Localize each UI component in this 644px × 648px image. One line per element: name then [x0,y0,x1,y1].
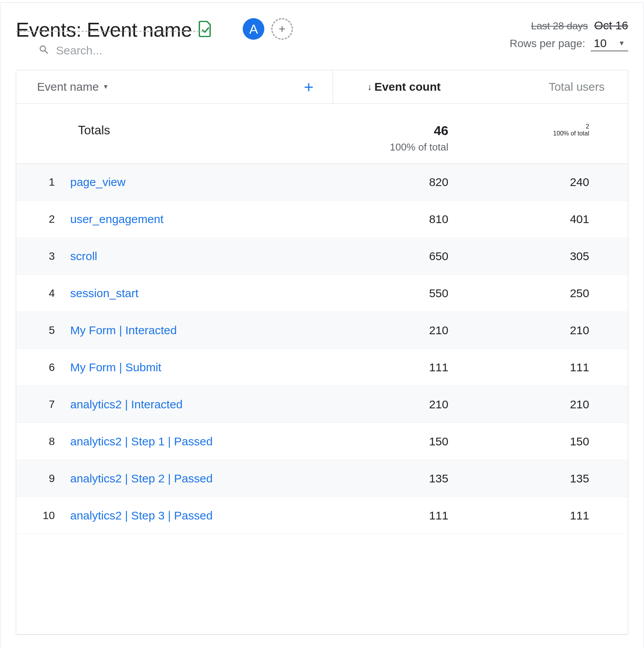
total-users-cell: 111 [472,361,628,374]
sort-descending-icon: ↓ [367,81,372,92]
event-count-cell: 210 [333,324,472,337]
row-index: 7 [16,398,70,411]
data-table-card: Event name ▼ ↓ Event count Total users T… [16,70,628,634]
row-index: 1 [16,176,70,188]
dimension-header[interactable]: Event name ▼ [16,70,317,103]
table-row: 7analytics2 | Interacted210210 [16,386,628,423]
caret-down-icon: ▼ [103,83,109,90]
row-index: 3 [16,250,70,262]
row-index: 8 [16,435,70,448]
search-icon [38,44,50,57]
event-count-cell: 210 [333,398,472,411]
event-name-link[interactable]: page_view [70,176,333,189]
total-users-header[interactable]: Total users [456,70,628,103]
event-count-cell: 650 [333,250,472,263]
total-users-label: Total users [549,80,605,93]
rows-per-page-select[interactable]: 10 ▼ [591,36,628,51]
total-users-cell: 135 [472,472,628,485]
table-row: 5My Form | Interacted210210 [16,312,628,349]
event-count-cell: 135 [333,472,472,485]
table-row: 1page_view820240 [16,164,628,201]
rows-per-page-value: 10 [594,37,607,50]
page-title: Events: Event name [16,18,192,41]
table-body: 1page_view8202402user_engagement8104013s… [16,164,628,534]
event-count-header[interactable]: ↓ Event count [317,70,456,103]
event-name-link[interactable]: scroll [70,250,333,263]
total-users-cell: 210 [472,324,628,337]
event-count-label: Event count [374,80,441,93]
report-frame: Events: Event name A Last 28 days Oct [0,2,644,648]
table-row: 8analytics2 | Step 1 | Passed150150 [16,423,628,460]
event-count-cell: 550 [333,287,472,300]
date-range[interactable]: Last 28 days Oct 16 [531,19,628,32]
table-row: 9analytics2 | Step 2 | Passed135135 [16,460,628,497]
totals-total-users-pct: 100% of total [553,130,589,137]
event-name-link[interactable]: My Form | Interacted [70,324,333,337]
row-index: 9 [16,472,70,485]
event-count-cell: 820 [333,176,472,189]
rows-per-page-label: Rows per page: [510,37,585,50]
date-range-label: Last 28 days [531,20,588,32]
totals-label: Totals [16,123,333,153]
add-segment-button[interactable] [271,18,293,40]
event-name-link[interactable]: analytics2 | Step 1 | Passed [70,435,333,448]
add-dimension-button[interactable] [302,79,316,98]
row-index: 4 [16,287,70,299]
top-bar: Events: Event name A Last 28 days Oct [0,3,644,58]
dimension-label: Event name [37,80,99,93]
column-divider [333,70,333,103]
event-count-cell: 810 [333,213,472,226]
table-row: 6My Form | Submit111111 [16,349,628,386]
search-input[interactable] [55,44,171,58]
total-users-cell: 150 [472,435,628,448]
event-count-cell: 111 [333,361,472,374]
table-row: 3scroll650305 [16,238,628,275]
sheet-check-icon [199,21,212,39]
event-name-link[interactable]: analytics2 | Step 2 | Passed [70,472,333,485]
event-name-link[interactable]: session_start [70,287,333,300]
row-index: 2 [16,213,70,225]
total-users-cell: 240 [472,176,628,189]
table-row: 2user_engagement810401 [16,201,628,238]
event-name-link[interactable]: analytics2 | Interacted [70,398,333,411]
segment-badge-a[interactable]: A [243,18,264,40]
totals-row: Totals 46 100% of total 2 100% of total [16,104,628,164]
table-header: Event name ▼ ↓ Event count Total users [16,70,628,104]
event-count-cell: 150 [333,435,472,448]
event-count-cell: 111 [333,509,472,522]
event-name-link[interactable]: analytics2 | Step 3 | Passed [70,509,333,522]
total-users-cell: 305 [472,250,628,263]
row-index: 5 [16,324,70,337]
table-row: 4session_start550250 [16,275,628,312]
totals-total-users: 2 [586,123,589,130]
date-label: Oct 16 [594,19,628,32]
totals-event-count: 46 [434,123,448,138]
row-index: 10 [16,509,70,522]
table-row: 10analytics2 | Step 3 | Passed111111 [16,497,628,534]
total-users-cell: 210 [472,398,628,411]
total-users-cell: 111 [472,509,628,522]
event-name-link[interactable]: user_engagement [70,213,333,226]
total-users-cell: 250 [472,287,628,300]
row-index: 6 [16,361,70,374]
total-users-cell: 401 [472,213,628,226]
caret-down-icon: ▼ [618,39,625,47]
event-name-link[interactable]: My Form | Submit [70,361,333,374]
totals-event-count-pct: 100% of total [390,141,448,153]
